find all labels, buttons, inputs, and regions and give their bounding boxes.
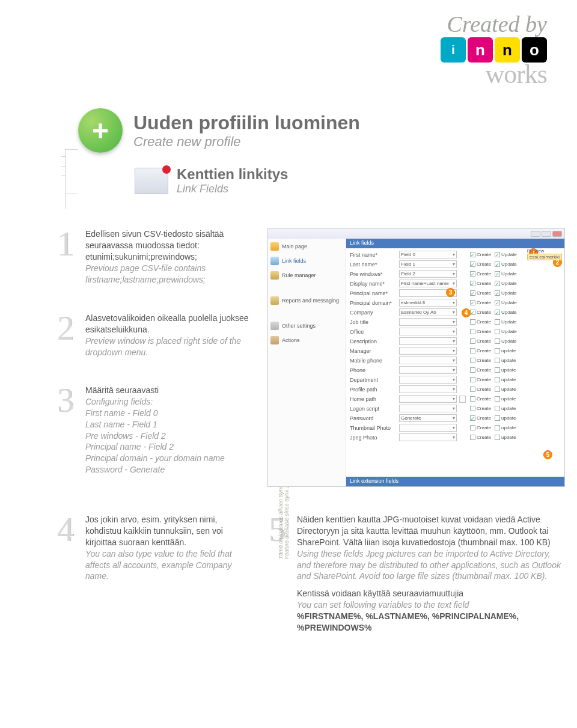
step-3-line-3: Principal name - Field 2 — [85, 441, 225, 453]
field-select[interactable] — [399, 385, 457, 393]
checkbox-group: CreateUpdate — [470, 310, 524, 315]
page-header: + Uuden profiilin luominen Create new pr… — [78, 108, 360, 195]
field-select[interactable]: esimerkki.fi — [399, 299, 457, 307]
field-select[interactable] — [399, 366, 457, 374]
checkbox-create[interactable] — [470, 262, 475, 267]
checkbox-update[interactable] — [495, 406, 500, 411]
checkbox-update[interactable] — [495, 329, 500, 334]
checkbox-update[interactable] — [495, 262, 500, 267]
field-select[interactable] — [399, 395, 457, 403]
field-select[interactable]: Generate — [399, 414, 457, 422]
checkbox-update[interactable] — [495, 435, 500, 440]
field-select[interactable]: Field 0 — [399, 251, 457, 258]
callout-5: 5 — [543, 450, 552, 459]
checkbox-create[interactable] — [470, 252, 475, 257]
checkbox-create[interactable] — [470, 406, 475, 411]
field-select[interactable] — [399, 356, 457, 364]
sidebar-item-rulemanager[interactable]: Rule manager — [270, 271, 343, 280]
field-select[interactable] — [399, 405, 457, 412]
section-bar-bottom: Link extension fields — [346, 477, 564, 486]
checkbox-create[interactable] — [470, 329, 475, 334]
checkbox-group: Createupdate — [470, 367, 524, 373]
checkbox-group: CreateUpdate — [470, 271, 524, 277]
checkbox-create[interactable] — [470, 319, 475, 325]
field-label: Manager — [350, 348, 397, 354]
checkbox-create[interactable] — [470, 310, 475, 315]
checkbox-update[interactable] — [495, 290, 500, 296]
sidebar-item-actions[interactable]: Actions — [270, 336, 343, 344]
checkbox-update[interactable] — [495, 425, 500, 430]
created-by-text: Created by — [403, 11, 547, 37]
checkbox-update[interactable] — [495, 310, 500, 315]
checkbox-create[interactable] — [470, 396, 475, 402]
field-label: Last name* — [350, 262, 397, 268]
checkbox-update[interactable] — [495, 252, 500, 257]
field-select[interactable]: First name+Last name — [399, 280, 457, 287]
checkbox-update[interactable] — [495, 415, 500, 421]
checkbox-update[interactable] — [495, 387, 500, 392]
checkbox-update[interactable] — [495, 271, 500, 277]
field-select[interactable] — [399, 328, 457, 335]
field-label: Job title — [350, 319, 397, 325]
window-close-icon[interactable] — [552, 231, 562, 237]
step-5-en2: You can set following variables to the t… — [297, 599, 565, 611]
step-1: 1 Edellisen sivun CSV-tiedosto sisältää … — [53, 228, 251, 285]
rotated-note-en: Feature available since Synx 1.1. — [284, 479, 290, 559]
subtitle-en: Link Fields — [177, 183, 288, 195]
step-3-line-2: Pre windows - Field 2 — [85, 430, 225, 442]
field-select[interactable] — [399, 318, 457, 326]
logo-works: works — [403, 59, 547, 90]
checkbox-create[interactable] — [470, 435, 475, 440]
checkbox-group: Createupdate — [470, 415, 524, 421]
field-select[interactable] — [399, 376, 457, 384]
field-label: Company — [350, 310, 397, 316]
checkbox-update[interactable] — [495, 300, 500, 305]
checkbox-create[interactable] — [470, 358, 475, 363]
field-label: Description — [350, 338, 397, 344]
field-select[interactable] — [399, 424, 457, 432]
title-en: Create new profile — [133, 134, 360, 150]
checkbox-update[interactable] — [495, 358, 500, 363]
checkbox-create[interactable] — [470, 387, 475, 392]
checkbox-create[interactable] — [470, 415, 475, 421]
sidebar-item-reports[interactable]: Reports and messaging — [270, 296, 343, 305]
checkbox-create[interactable] — [470, 271, 475, 277]
step-3-en-intro: Configuring fields: — [85, 396, 225, 408]
field-select[interactable]: Field 1 — [399, 260, 457, 268]
sidebar-item-linkfields[interactable]: Link fields — [270, 257, 343, 265]
logo-letter-i: i — [441, 37, 466, 63]
field-select[interactable] — [399, 433, 457, 441]
checkbox-create[interactable] — [470, 348, 475, 353]
step-4-en: You can also type value to the field tha… — [85, 548, 251, 583]
checkbox-update[interactable] — [495, 367, 500, 373]
checkbox-create[interactable] — [470, 377, 475, 382]
checkbox-update[interactable] — [495, 348, 500, 353]
link-icon — [270, 257, 279, 265]
sidebar-item-mainpage[interactable]: Main page — [270, 242, 343, 251]
field-label: Principal name* — [350, 290, 397, 296]
checkbox-create[interactable] — [470, 281, 475, 286]
sidebar-item-settings[interactable]: Other settings — [270, 322, 343, 330]
field-select[interactable]: Esimerkki Oy Ab — [399, 308, 457, 316]
field-select[interactable]: Field 2 — [399, 270, 457, 278]
field-label: Logon script — [350, 406, 397, 412]
checkbox-create[interactable] — [470, 425, 475, 430]
checkbox-update[interactable] — [495, 338, 500, 344]
field-label: Department — [350, 377, 397, 383]
checkbox-create[interactable] — [470, 290, 475, 296]
settings-icon — [270, 322, 279, 330]
window-min-icon[interactable] — [531, 231, 540, 237]
step-5-vars: %FIRSTNAME%, %LASTNAME%, %PRINCIPALNAME%… — [297, 611, 565, 634]
checkbox-update[interactable] — [495, 377, 500, 382]
checkbox-create[interactable] — [470, 367, 475, 373]
checkbox-create[interactable] — [470, 338, 475, 344]
checkbox-update[interactable] — [495, 319, 500, 325]
field-select[interactable] — [399, 337, 457, 345]
checkbox-group: Createupdate — [470, 406, 524, 411]
drive-dropdown[interactable] — [459, 396, 466, 403]
checkbox-update[interactable] — [495, 281, 500, 286]
field-select[interactable] — [399, 347, 457, 355]
checkbox-update[interactable] — [495, 396, 500, 402]
window-max-icon[interactable] — [542, 231, 551, 237]
checkbox-create[interactable] — [470, 300, 475, 305]
